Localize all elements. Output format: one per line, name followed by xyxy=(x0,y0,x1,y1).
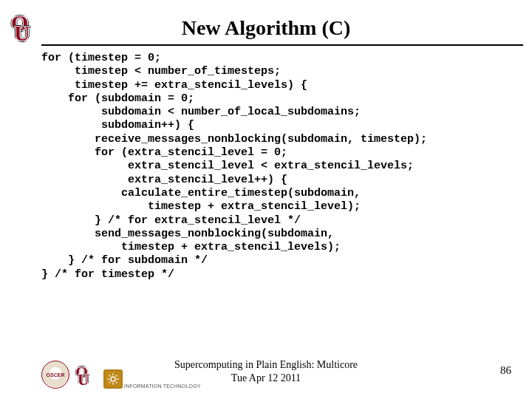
code-block: for (timestep = 0; timestep < number_of_… xyxy=(41,52,532,282)
footer: OSCER OU INFORMATION TECHNOLOGY Supercom… xyxy=(0,353,532,389)
ou-logo-icon: OU xyxy=(9,13,34,46)
footer-line1: Supercomputing in Plain English: Multico… xyxy=(174,359,358,370)
slide-title: New Algorithm (C) xyxy=(0,0,532,40)
slide: OU New Algorithm (C) for (timestep = 0; … xyxy=(0,0,532,399)
footer-line2: Tue Apr 12 2011 xyxy=(231,372,301,383)
page-number: 86 xyxy=(500,364,511,377)
footer-text: Supercomputing in Plain English: Multico… xyxy=(0,358,532,384)
title-underline xyxy=(41,44,523,46)
ou-logo-top: OU xyxy=(9,13,34,46)
